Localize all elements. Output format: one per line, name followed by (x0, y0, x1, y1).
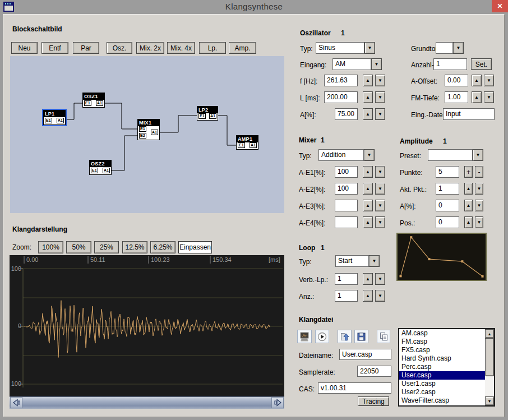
pos-field[interactable]: 0 (436, 216, 459, 228)
akt-pkt-field[interactable]: 1 (436, 183, 459, 195)
scroll-right-button[interactable] (271, 397, 284, 408)
block-diagram-canvas[interactable]: LP1 E1 A1 OSZ1 E1 A1 OSZ2 E1 A1 MIX1 E1 (10, 56, 284, 213)
mix4x-button[interactable]: Mix. 4x (167, 42, 195, 54)
a-e1-spin-up[interactable]: ▲ (363, 166, 373, 178)
export-button[interactable] (338, 330, 352, 343)
list-scroll-thumb[interactable] (485, 338, 494, 376)
akt-pkt-spin-down[interactable]: ▼ (475, 183, 483, 195)
node-osz1[interactable]: OSZ1 E1 A1 (82, 93, 105, 108)
mixer-typ-select[interactable]: Addition (318, 149, 364, 161)
mix2x-button[interactable]: Mix. 2x (136, 42, 164, 54)
zoom-25-button[interactable]: 25% (94, 241, 119, 253)
zoom-12-5-button[interactable]: 12.5% (122, 241, 147, 253)
node-amp1-port-a1[interactable]: A1 (250, 142, 257, 148)
list-item[interactable]: AM.casp (399, 329, 485, 338)
node-osz2-port-e1[interactable]: E1 (91, 168, 98, 173)
einpassen-button[interactable]: Einpassen (178, 241, 212, 253)
a-pct-field[interactable]: 75.00 (335, 108, 358, 120)
node-amp1[interactable]: AMP1 E1 A1 (236, 135, 258, 150)
node-mix1[interactable]: MIX1 E1 E2 A1 (137, 119, 160, 140)
list-item[interactable]: Hard Synth.casp (399, 354, 485, 363)
node-amp1-port-e1[interactable]: E1 (238, 142, 245, 148)
tracing-button[interactable]: Tracing (358, 396, 389, 406)
loop-typ-dropdown-button[interactable]: ▼ (369, 255, 380, 267)
list-item[interactable]: WaveFilter.casp (399, 396, 485, 405)
node-osz2-port-a1[interactable]: A1 (103, 168, 110, 173)
grundton-dropdown-button[interactable]: ▼ (453, 42, 464, 54)
typ-dropdown-button[interactable]: ▼ (364, 42, 375, 54)
a-e1-field[interactable]: 100 (335, 166, 358, 178)
node-mix1-port-e1[interactable]: E1 (139, 126, 146, 132)
node-osz2[interactable]: OSZ2 E1 A1 (89, 160, 112, 175)
zoom-100-button[interactable]: 100% (38, 241, 63, 253)
l-ms-spin-up[interactable]: ▲ (363, 91, 373, 103)
anzahl-p-field[interactable]: 1 (433, 58, 467, 70)
list-item[interactable]: User1.casp (399, 380, 485, 388)
list-item[interactable]: User.casp (399, 371, 485, 380)
pos-spin-up[interactable]: ▲ (464, 216, 473, 228)
node-lp2-port-e1[interactable]: E1 (198, 113, 206, 119)
f-hz-spin-down[interactable]: ▼ (375, 75, 385, 86)
node-osz1-port-a1[interactable]: A1 (96, 100, 103, 106)
eingang-dropdown-button[interactable]: ▼ (371, 58, 382, 70)
node-lp2[interactable]: LP2 E1 A1 (197, 106, 218, 121)
a-e4-spin-up[interactable]: ▲ (363, 216, 373, 228)
amp-a-spin-up[interactable]: ▲ (464, 200, 473, 211)
preset-dropdown-button[interactable]: ▼ (473, 149, 483, 161)
anz-field[interactable]: 1 (335, 290, 358, 302)
f-hz-field[interactable]: 261.63 (324, 75, 358, 86)
a-e4-spin-down[interactable]: ▼ (375, 216, 385, 228)
punkte-plus-button[interactable]: + (464, 166, 473, 178)
loop-typ-select[interactable]: Start (335, 255, 369, 267)
play-button[interactable] (315, 330, 329, 343)
node-mix1-port-a1[interactable]: A1 (151, 130, 158, 135)
fm-tiefe-spin-down[interactable]: ▼ (484, 91, 494, 103)
fm-tiefe-field[interactable]: 1.00 (445, 91, 468, 103)
f-hz-spin-up[interactable]: ▲ (363, 75, 373, 86)
fm-tiefe-spin-up[interactable]: ▲ (472, 91, 482, 103)
a-e2-field[interactable]: 100 (335, 183, 358, 195)
render-to-sound-button[interactable] (297, 330, 312, 343)
zoom-6-25-button[interactable]: 6.25% (150, 241, 176, 253)
list-scroll-down-button[interactable]: ▼ (485, 396, 494, 405)
preset-select[interactable] (428, 149, 473, 161)
list-item[interactable]: User2.casp (399, 388, 485, 396)
eingang-select[interactable]: AM (332, 58, 371, 70)
verb-lp-field[interactable]: 1 (335, 273, 358, 285)
amp-button[interactable]: Amp. (229, 42, 256, 54)
amp-a-spin-down[interactable]: ▼ (475, 200, 483, 211)
akt-pkt-spin-up[interactable]: ▲ (464, 183, 473, 195)
sound-file-listbox[interactable]: AM.caspFM.caspFX5.caspHard Synth.caspPer… (398, 328, 495, 407)
titlebar[interactable]: Klangsynthese ✕ (0, 0, 508, 13)
node-lp1-port-a1[interactable]: A1 (57, 118, 64, 123)
amp-a-field[interactable]: 0 (436, 200, 459, 211)
a-e2-spin-up[interactable]: ▲ (363, 183, 373, 195)
anz-spin-up[interactable]: ▲ (363, 290, 373, 302)
list-scrollbar[interactable]: ▲ ▼ (485, 329, 494, 405)
a-offset-spin-up[interactable]: ▲ (472, 75, 482, 86)
neu-button[interactable]: Neu (11, 42, 38, 54)
punkte-minus-button[interactable]: - (475, 166, 483, 178)
l-ms-field[interactable]: 200.00 (324, 91, 358, 103)
a-offset-spin-down[interactable]: ▼ (484, 75, 494, 86)
node-lp1[interactable]: LP1 E1 A1 (43, 110, 66, 125)
scroll-left-button[interactable] (10, 397, 22, 408)
node-lp1-port-e1[interactable]: E1 (45, 118, 52, 123)
anz-spin-down[interactable]: ▼ (375, 290, 385, 302)
a-e3-spin-down[interactable]: ▼ (375, 200, 385, 211)
amplitude-envelope-display[interactable] (396, 233, 487, 281)
close-button[interactable]: ✕ (492, 0, 508, 12)
entf-button[interactable]: Entf (41, 42, 68, 54)
copy-button[interactable] (377, 330, 390, 343)
pos-spin-down[interactable]: ▼ (475, 216, 483, 228)
node-mix1-port-e2[interactable]: E2 (139, 133, 146, 139)
a-e4-field[interactable] (335, 216, 358, 228)
lp-button[interactable]: Lp. (199, 42, 226, 54)
typ-select[interactable]: Sinus (316, 42, 364, 54)
dateiname-field[interactable]: User.casp (339, 349, 391, 360)
save-button[interactable] (354, 330, 368, 343)
a-pct-spin-up[interactable]: ▲ (363, 108, 373, 120)
osz-button[interactable]: Osz. (107, 42, 132, 54)
a-e3-spin-up[interactable]: ▲ (363, 200, 373, 211)
a-offset-field[interactable]: 0.00 (445, 75, 468, 86)
